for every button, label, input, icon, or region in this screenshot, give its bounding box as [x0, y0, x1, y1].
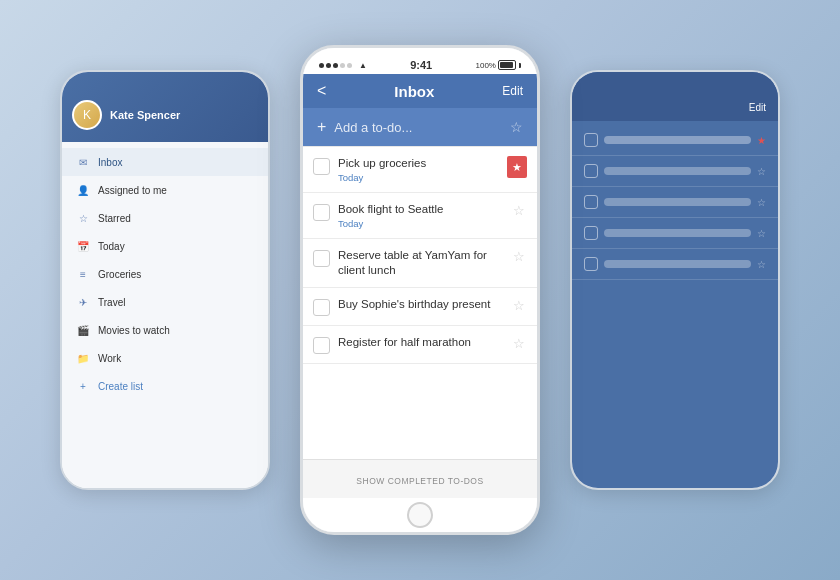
right-checkbox — [584, 133, 598, 147]
sidebar-phone: K Kate Spencer ✉ Inbox 👤 Assigned to me … — [62, 72, 268, 488]
star-icon[interactable]: ☆ — [513, 336, 525, 351]
todo-item-5[interactable]: Register for half marathon ☆ — [303, 326, 537, 364]
battery-fill — [500, 62, 513, 68]
signal-area: ▲ — [319, 61, 367, 70]
home-button-area — [303, 498, 537, 532]
todo-footer[interactable]: SHOW COMPLETED TO-DOS — [303, 459, 537, 498]
sidebar-item-travel[interactable]: ✈ Travel — [62, 288, 268, 316]
right-list-item: ☆ — [572, 249, 778, 280]
main-phone: ▲ 9:41 100% < Inbox Edit + Add a to-do..… — [300, 45, 540, 535]
edit-button[interactable]: Edit — [502, 84, 523, 98]
todo-checkbox[interactable] — [313, 337, 330, 354]
battery-tip — [519, 63, 521, 68]
right-bar — [604, 229, 751, 237]
back-button[interactable]: < — [317, 82, 326, 100]
phone-container: K Kate Spencer ✉ Inbox 👤 Assigned to me … — [30, 10, 810, 570]
show-completed-label: SHOW COMPLETED TO-DOS — [356, 476, 483, 486]
todo-title: Reserve table at YamYam for client lunch — [338, 248, 505, 278]
right-list-item: ★ — [572, 125, 778, 156]
avatar: K — [72, 100, 102, 130]
signal-dots — [319, 63, 352, 68]
add-todo-row[interactable]: + Add a to-do... ☆ — [303, 108, 537, 147]
right-star-icon: ☆ — [757, 166, 766, 177]
sidebar-item-create[interactable]: + Create list — [62, 372, 268, 400]
right-checkbox — [584, 195, 598, 209]
sidebar-item-starred[interactable]: ☆ Starred — [62, 204, 268, 232]
wifi-icon: ▲ — [359, 61, 367, 70]
todo-subtitle: Today — [338, 172, 525, 183]
right-star-icon: ☆ — [757, 197, 766, 208]
home-button[interactable] — [407, 502, 433, 528]
star-icon: ☆ — [76, 211, 90, 225]
todo-list: Pick up groceries Today ★ Book flight to… — [303, 147, 537, 459]
add-star-icon[interactable]: ☆ — [510, 119, 523, 135]
plus-icon: + — [76, 379, 90, 393]
todo-content: Buy Sophie's birthday present — [338, 297, 505, 312]
todo-subtitle: Today — [338, 218, 505, 229]
status-bar: ▲ 9:41 100% — [303, 48, 537, 74]
todo-checkbox[interactable] — [313, 204, 330, 221]
sidebar-user-name: Kate Spencer — [110, 109, 180, 121]
page-title: Inbox — [394, 83, 434, 100]
plane-icon: ✈ — [76, 295, 90, 309]
star-icon[interactable]: ☆ — [513, 203, 525, 218]
sidebar-item-label: Assigned to me — [98, 185, 167, 196]
todo-checkbox[interactable] — [313, 250, 330, 267]
todo-item-4[interactable]: Buy Sophie's birthday present ☆ — [303, 288, 537, 326]
volume-down-button[interactable] — [300, 208, 302, 238]
todo-item-2[interactable]: Book flight to Seattle Today ☆ — [303, 193, 537, 239]
inbox-icon: ✉ — [76, 155, 90, 169]
todo-checkbox[interactable] — [313, 158, 330, 175]
sidebar-items: ✉ Inbox 👤 Assigned to me ☆ Starred 📅 Tod… — [62, 142, 268, 488]
right-bar — [604, 167, 751, 175]
right-checkbox — [584, 257, 598, 271]
signal-dot — [319, 63, 324, 68]
sidebar-item-label: Inbox — [98, 157, 122, 168]
person-icon: 👤 — [76, 183, 90, 197]
sidebar-item-label: Create list — [98, 381, 143, 392]
todo-checkbox[interactable] — [313, 299, 330, 316]
power-button[interactable] — [538, 188, 540, 233]
right-header: Edit — [572, 72, 778, 121]
signal-dot — [340, 63, 345, 68]
todo-title: Register for half marathon — [338, 335, 505, 350]
add-todo-placeholder[interactable]: Add a to-do... — [334, 120, 502, 135]
todo-title: Pick up groceries — [338, 156, 525, 171]
sidebar-item-label: Groceries — [98, 269, 141, 280]
battery-icon — [498, 60, 516, 70]
right-back-phone: Edit ★ ☆ ☆ — [570, 70, 780, 490]
sidebar-item-work[interactable]: 📁 Work — [62, 344, 268, 372]
star-icon[interactable]: ☆ — [513, 249, 525, 264]
sidebar-header: K Kate Spencer — [62, 72, 268, 142]
battery-percent: 100% — [476, 61, 496, 70]
calendar-icon: 📅 — [76, 239, 90, 253]
bookmark-icon[interactable]: ★ — [507, 156, 527, 178]
todo-content: Register for half marathon — [338, 335, 505, 350]
todo-item-1[interactable]: Pick up groceries Today ★ — [303, 147, 537, 193]
star-icon[interactable]: ☆ — [513, 298, 525, 313]
volume-up-button[interactable] — [300, 168, 302, 198]
sidebar-item-label: Travel — [98, 297, 125, 308]
right-items-list: ★ ☆ ☆ ☆ — [572, 121, 778, 284]
right-star-icon: ☆ — [757, 228, 766, 239]
right-bar — [604, 198, 751, 206]
sidebar-item-today[interactable]: 📅 Today — [62, 232, 268, 260]
sidebar-item-inbox[interactable]: ✉ Inbox — [62, 148, 268, 176]
right-star-icon: ☆ — [757, 259, 766, 270]
sidebar-item-assigned[interactable]: 👤 Assigned to me — [62, 176, 268, 204]
todo-item-3[interactable]: Reserve table at YamYam for client lunch… — [303, 239, 537, 288]
todo-content: Pick up groceries Today — [338, 156, 525, 183]
film-icon: 🎬 — [76, 323, 90, 337]
sidebar-item-label: Today — [98, 241, 125, 252]
right-phone-content: Edit ★ ☆ ☆ — [572, 72, 778, 488]
todo-title: Book flight to Seattle — [338, 202, 505, 217]
sidebar-item-groceries[interactable]: ≡ Groceries — [62, 260, 268, 288]
right-list-item: ☆ — [572, 156, 778, 187]
right-checkbox — [584, 164, 598, 178]
sidebar-item-movies[interactable]: 🎬 Movies to watch — [62, 316, 268, 344]
folder-icon: 📁 — [76, 351, 90, 365]
right-edit-label[interactable]: Edit — [749, 102, 766, 113]
signal-dot — [333, 63, 338, 68]
battery-area: 100% — [476, 60, 521, 70]
todo-content: Reserve table at YamYam for client lunch — [338, 248, 505, 278]
